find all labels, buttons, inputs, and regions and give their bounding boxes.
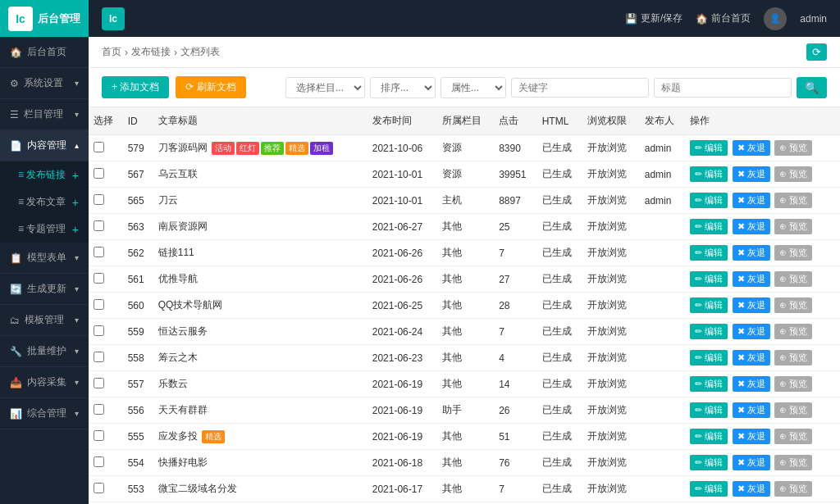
delete-button[interactable]: ✖ 灰退: [733, 455, 770, 470]
edit-button[interactable]: ✏ 编辑: [690, 297, 728, 313]
edit-button[interactable]: ✏ 编辑: [690, 140, 728, 156]
doc-title-link[interactable]: 优推导航: [158, 273, 198, 284]
delete-button[interactable]: ✖ 灰退: [733, 429, 770, 444]
sidebar-label-content: 内容管理: [27, 138, 66, 152]
breadcrumb-home[interactable]: 首页: [102, 45, 121, 59]
row-checkbox[interactable]: [94, 247, 104, 257]
edit-button[interactable]: ✏ 编辑: [690, 455, 728, 470]
copy-button[interactable]: ⊕ 预览: [774, 219, 812, 234]
delete-button[interactable]: ✖ 灰退: [733, 271, 770, 287]
row-checkbox[interactable]: [94, 325, 104, 336]
title-input[interactable]: [654, 78, 792, 98]
save-update-button[interactable]: 💾 更新/保存: [625, 11, 682, 25]
copy-button[interactable]: ⊕ 预览: [774, 481, 812, 497]
delete-button[interactable]: ✖ 灰退: [733, 166, 770, 182]
plus-icon[interactable]: +: [72, 169, 79, 182]
delete-button[interactable]: ✖ 灰退: [733, 140, 770, 156]
copy-button[interactable]: ⊕ 预览: [774, 455, 812, 470]
edit-button[interactable]: ✏ 编辑: [690, 481, 728, 497]
copy-button[interactable]: ⊕ 预览: [774, 193, 812, 208]
sidebar-item-content[interactable]: 📄内容管理 ▴: [0, 130, 89, 161]
doc-title-link[interactable]: 恒达云服务: [158, 325, 208, 337]
sidebar-item-template[interactable]: 📋模型表单 ▾: [0, 243, 89, 274]
row-checkbox[interactable]: [94, 430, 104, 441]
sidebar-item-publish-link[interactable]: ≡ 发布链接 +: [0, 161, 89, 188]
copy-button[interactable]: ⊕ 预览: [774, 350, 812, 366]
edit-button[interactable]: ✏ 编辑: [690, 245, 728, 261]
doc-title-link[interactable]: 微宝二级域名分发: [158, 483, 237, 494]
sidebar-item-tpl[interactable]: 🗂模板管理 ▾: [0, 305, 89, 336]
plus-icon3[interactable]: +: [72, 223, 79, 236]
doc-title-link[interactable]: 筹云之木: [158, 352, 198, 363]
row-checkbox[interactable]: [94, 194, 104, 205]
copy-button[interactable]: ⊕ 预览: [774, 140, 812, 156]
sidebar-item-home[interactable]: 🏠后台首页: [0, 37, 89, 68]
sidebar-item-column[interactable]: ☰栏目管理 ▾: [0, 99, 89, 130]
copy-button[interactable]: ⊕ 预览: [774, 324, 812, 339]
row-checkbox[interactable]: [94, 483, 104, 493]
edit-button[interactable]: ✏ 编辑: [690, 429, 728, 444]
row-checkbox[interactable]: [94, 456, 104, 467]
copy-button[interactable]: ⊕ 预览: [774, 429, 812, 444]
sidebar-item-general[interactable]: 📊综合管理 ▾: [0, 398, 89, 429]
doc-title-link[interactable]: 刀客源码网: [158, 142, 210, 153]
row-checkbox[interactable]: [94, 142, 104, 152]
row-checkbox[interactable]: [94, 299, 104, 310]
delete-button[interactable]: ✖ 灰退: [733, 219, 770, 234]
edit-button[interactable]: ✏ 编辑: [690, 271, 728, 287]
row-checkbox[interactable]: [94, 168, 104, 179]
delete-button[interactable]: ✖ 灰退: [733, 297, 770, 313]
sidebar-item-batch[interactable]: 🔧批量维护 ▾: [0, 336, 89, 367]
copy-button[interactable]: ⊕ 预览: [774, 297, 812, 313]
doc-title-link[interactable]: 链接111: [158, 247, 194, 258]
row-checkbox[interactable]: [94, 404, 104, 415]
refresh-doc-button[interactable]: ⟳ 刷新文档: [176, 76, 245, 98]
sidebar-item-system[interactable]: ⚙系统设置 ▾: [0, 68, 89, 99]
sidebar-item-generate[interactable]: 🔄生成更新 ▾: [0, 274, 89, 305]
edit-button[interactable]: ✏ 编辑: [690, 402, 728, 418]
edit-button[interactable]: ✏ 编辑: [690, 219, 728, 234]
delete-button[interactable]: ✖ 灰退: [733, 376, 770, 392]
doc-title-link[interactable]: 乌云互联: [158, 168, 198, 179]
delete-button[interactable]: ✖ 灰退: [733, 324, 770, 339]
copy-button[interactable]: ⊕ 预览: [774, 376, 812, 392]
page-refresh-button[interactable]: ⟳: [806, 43, 827, 61]
search-button[interactable]: 🔍: [797, 77, 827, 98]
sidebar-item-special[interactable]: ≡ 专题管理 +: [0, 216, 89, 243]
row-checkbox[interactable]: [94, 220, 104, 231]
doc-title-link[interactable]: 南辰资源网: [158, 220, 208, 232]
attr-select[interactable]: 属性...: [441, 77, 506, 98]
delete-button[interactable]: ✖ 灰退: [733, 402, 770, 418]
doc-title-link[interactable]: 应发多投: [158, 430, 200, 442]
breadcrumb-publish[interactable]: 发布链接: [131, 45, 171, 59]
column-select[interactable]: 选择栏目...: [285, 77, 365, 98]
copy-button[interactable]: ⊕ 预览: [774, 271, 812, 287]
edit-button[interactable]: ✏ 编辑: [690, 193, 728, 208]
doc-title-link[interactable]: 快播好电影: [158, 456, 208, 468]
sidebar-item-publish-article[interactable]: ≡ 发布文章 +: [0, 188, 89, 216]
sidebar-item-collect[interactable]: 📥内容采集 ▾: [0, 367, 89, 398]
row-checkbox[interactable]: [94, 273, 104, 284]
edit-button[interactable]: ✏ 编辑: [690, 166, 728, 182]
delete-button[interactable]: ✖ 灰退: [733, 481, 770, 497]
row-checkbox[interactable]: [94, 378, 104, 388]
edit-button[interactable]: ✏ 编辑: [690, 376, 728, 392]
delete-button[interactable]: ✖ 灰退: [733, 193, 770, 208]
doc-title-link[interactable]: 刀云: [158, 194, 178, 206]
row-checkbox[interactable]: [94, 352, 104, 362]
edit-button[interactable]: ✏ 编辑: [690, 324, 728, 339]
copy-button[interactable]: ⊕ 预览: [774, 245, 812, 261]
doc-title-link[interactable]: 天天有群群: [158, 404, 208, 415]
delete-button[interactable]: ✖ 灰退: [733, 350, 770, 366]
copy-button[interactable]: ⊕ 预览: [774, 166, 812, 182]
edit-button[interactable]: ✏ 编辑: [690, 350, 728, 366]
plus-icon2[interactable]: +: [72, 196, 79, 209]
keyword-input[interactable]: [511, 78, 649, 98]
add-doc-button[interactable]: + 添加文档: [102, 76, 169, 98]
copy-button[interactable]: ⊕ 预览: [774, 402, 812, 418]
frontend-home-button[interactable]: 🏠 前台首页: [696, 11, 751, 25]
doc-title-link[interactable]: 乐数云: [158, 378, 188, 389]
delete-button[interactable]: ✖ 灰退: [733, 245, 770, 261]
sort-select[interactable]: 排序...: [370, 77, 436, 98]
doc-title-link[interactable]: QQ技术导航网: [158, 299, 223, 311]
